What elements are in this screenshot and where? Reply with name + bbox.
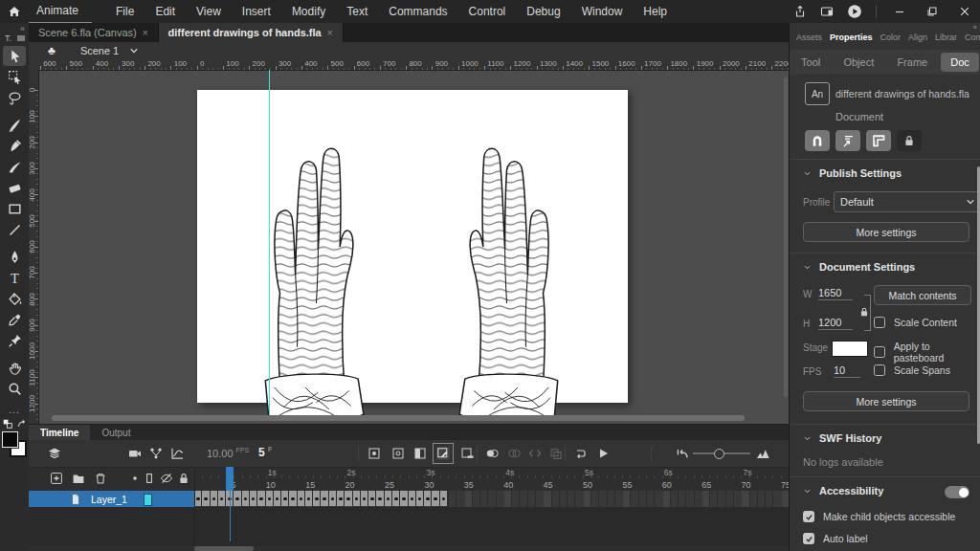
tool-eraser[interactable]: [3, 178, 26, 198]
accessibility-header[interactable]: Accessibility: [803, 485, 883, 496]
swf-history-header[interactable]: SWF History: [803, 432, 881, 444]
panel-tab-align[interactable]: Align: [905, 31, 930, 44]
graph-icon[interactable]: [170, 447, 184, 460]
keyframe-cell[interactable]: [416, 491, 424, 506]
timeline-fps[interactable]: 10.00 FPS: [207, 447, 249, 459]
swap-colors-icon[interactable]: [16, 418, 28, 430]
profile-dropdown[interactable]: Default: [834, 191, 980, 212]
menu-insert[interactable]: Insert: [232, 5, 281, 18]
doc-tab-1[interactable]: different drawings of hands.fla×: [159, 23, 344, 42]
checkbox-checked[interactable]: [803, 533, 814, 544]
menu-window[interactable]: Window: [571, 5, 634, 18]
snap-align-button[interactable]: [835, 130, 860, 151]
tool-rectangle[interactable]: [3, 199, 26, 219]
keyframe-cell[interactable]: [345, 491, 352, 506]
scene-breadcrumb[interactable]: Scene 1: [80, 45, 119, 56]
subtab-frame[interactable]: Frame: [887, 53, 937, 72]
accessibility-toggle[interactable]: [945, 486, 969, 498]
keyframe-cell[interactable]: [432, 491, 439, 506]
tool-free-transform[interactable]: [3, 67, 26, 87]
keyframe-cell[interactable]: [289, 491, 297, 506]
keyframe-cell[interactable]: [321, 491, 328, 506]
tool-fluid-brush[interactable]: [3, 115, 26, 135]
tool-selection[interactable]: [3, 46, 26, 66]
device-preview-icon[interactable]: [820, 5, 834, 18]
timeline-seconds-ruler[interactable]: 1s2s3s4s5s6s7s: [194, 467, 789, 478]
keyframe-cell[interactable]: [361, 491, 368, 506]
layer-row[interactable]: Layer_1: [29, 491, 194, 507]
home-button[interactable]: [0, 0, 29, 23]
keyframe-cell[interactable]: [250, 491, 257, 506]
playhead[interactable]: [226, 467, 234, 491]
onion-out-icon[interactable]: [507, 447, 521, 460]
match-contents-button[interactable]: Match contents: [874, 285, 971, 305]
scene-clover-icon[interactable]: ♣: [48, 44, 56, 57]
keyframe-cell[interactable]: [218, 491, 226, 506]
keyframe-cell[interactable]: [257, 491, 265, 506]
folder-icon[interactable]: [72, 472, 85, 485]
frame-remove-icon[interactable]: [460, 447, 474, 460]
keyframe-cell[interactable]: [440, 491, 448, 506]
keyframe-cell[interactable]: [211, 491, 218, 506]
add-layer-icon[interactable]: [50, 472, 63, 485]
frames-area[interactable]: [194, 491, 789, 507]
keyframe-cell[interactable]: [274, 491, 281, 506]
panel-tab-comp[interactable]: Comp: [962, 31, 980, 44]
tool-pen[interactable]: [3, 247, 26, 267]
menu-control[interactable]: Control: [458, 5, 517, 18]
keyframe-cell[interactable]: [242, 491, 250, 506]
tool-line[interactable]: [3, 220, 26, 240]
keyframe-cell[interactable]: [234, 491, 241, 506]
restore-button[interactable]: [923, 2, 942, 21]
keyframe-cell[interactable]: [202, 491, 210, 506]
layers-icon[interactable]: [48, 447, 61, 460]
frame-insert-icon[interactable]: [413, 447, 427, 460]
timeline-scrollbar[interactable]: [194, 546, 254, 551]
canvas-horizontal-scrollbar[interactable]: [52, 415, 745, 421]
return-head-icon[interactable]: [676, 447, 689, 460]
kf-blank-icon[interactable]: [391, 447, 405, 460]
width-field[interactable]: 1650: [818, 287, 853, 300]
tool-lasso[interactable]: [3, 88, 26, 108]
menu-text[interactable]: Text: [336, 5, 378, 18]
fps-field[interactable]: 10: [834, 364, 860, 378]
tool-eyedropper[interactable]: [3, 310, 26, 330]
publish-more-settings-button[interactable]: More settings: [803, 222, 969, 242]
keyframe-cell[interactable]: [400, 491, 408, 506]
default-colors-icon[interactable]: [2, 418, 13, 430]
tool-hand[interactable]: [3, 358, 26, 378]
tab-close-icon[interactable]: ×: [143, 28, 148, 38]
collapse-tools-button[interactable]: «: [0, 23, 29, 33]
panel-tab-librar[interactable]: Librar: [932, 31, 960, 44]
loop-icon[interactable]: [573, 447, 587, 460]
tool-asset-warp[interactable]: [3, 331, 26, 351]
keyframe-cell[interactable]: [266, 491, 274, 506]
canvas-viewport[interactable]: [38, 70, 789, 424]
more-tools-button[interactable]: ...: [0, 405, 29, 415]
camera-icon[interactable]: [128, 447, 142, 460]
kf-insert-icon[interactable]: [368, 447, 381, 460]
keyframe-cell[interactable]: [424, 491, 432, 506]
panel-tab-assets[interactable]: Assets: [793, 31, 825, 44]
keyframe-cell[interactable]: [194, 491, 202, 506]
rulers-button[interactable]: [866, 130, 891, 151]
minimize-button[interactable]: [890, 2, 909, 21]
trash-icon[interactable]: [94, 472, 107, 485]
hierarchy-icon[interactable]: [149, 447, 163, 460]
timeline-frame-ruler[interactable]: 51015202530354045505560657075: [194, 478, 789, 492]
checkbox-checked[interactable]: [803, 511, 814, 522]
lock-icon[interactable]: [177, 472, 190, 485]
keyframe-cell[interactable]: [329, 491, 337, 506]
lock-guides-button[interactable]: [897, 130, 922, 151]
tool-classic-brush[interactable]: [3, 136, 26, 156]
play-icon[interactable]: [596, 447, 610, 460]
stroke-color-chip[interactable]: [2, 431, 18, 448]
tool-text[interactable]: T: [3, 268, 26, 288]
panel-tab-properties[interactable]: Properties: [827, 31, 876, 44]
menu-edit[interactable]: Edit: [145, 5, 186, 18]
tab-close-icon[interactable]: ×: [327, 28, 333, 38]
keyframe-cell[interactable]: [368, 491, 376, 506]
menu-commands[interactable]: Commands: [378, 5, 457, 18]
tool-paint-brush[interactable]: [3, 157, 26, 177]
tool-zoom[interactable]: [3, 379, 26, 399]
